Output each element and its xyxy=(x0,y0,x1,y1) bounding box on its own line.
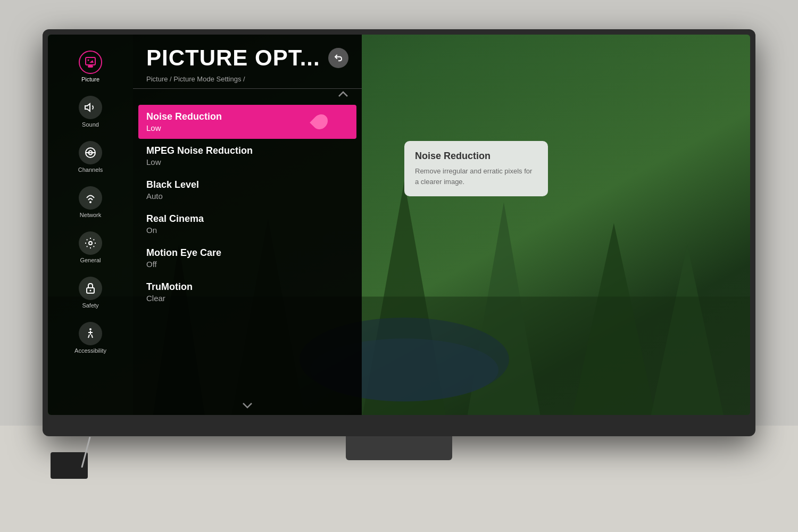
mpeg-noise-label: MPEG Noise Reduction xyxy=(146,145,348,156)
tv-screen: Picture Sound xyxy=(48,35,750,415)
svg-point-21 xyxy=(89,242,92,245)
svg-rect-12 xyxy=(86,57,95,65)
real-cinema-label: Real Cinema xyxy=(146,213,348,225)
black-level-value: Auto xyxy=(146,192,348,201)
menu-item-motion-eye-care[interactable]: Motion Eye Care Off xyxy=(133,241,362,275)
svg-point-20 xyxy=(89,201,92,203)
network-icon xyxy=(79,186,102,210)
sidebar-item-picture[interactable]: Picture xyxy=(56,45,125,88)
svg-rect-13 xyxy=(88,66,93,67)
menu-item-mpeg-noise[interactable]: MPEG Noise Reduction Low xyxy=(133,139,362,173)
sidebar-item-sound[interactable]: Sound xyxy=(56,90,125,133)
picture-icon xyxy=(79,51,102,74)
trumotion-value: Clear xyxy=(146,294,348,303)
mpeg-noise-value: Low xyxy=(146,157,348,167)
menu-list: Noise Reduction Low MPEG Noise Reduction… xyxy=(133,101,362,397)
scroll-up-button[interactable] xyxy=(133,89,362,101)
back-button[interactable] xyxy=(328,48,348,68)
breadcrumb: Picture / Picture Mode Settings / xyxy=(146,75,348,83)
tv-frame: Picture Sound xyxy=(43,29,755,436)
trumotion-label: TruMotion xyxy=(146,281,348,293)
panel-title: PICTURE OPT... xyxy=(146,45,320,71)
panel-header: PICTURE OPT... Picture / Picture Mode Se… xyxy=(133,45,362,89)
general-icon xyxy=(79,231,102,255)
sidebar-item-accessibility[interactable]: Accessibility xyxy=(56,317,125,359)
sidebar-channels-label: Channels xyxy=(78,167,103,173)
real-cinema-value: On xyxy=(146,226,348,235)
menu-item-real-cinema[interactable]: Real Cinema On xyxy=(133,207,362,241)
sidebar-accessibility-label: Accessibility xyxy=(74,347,106,354)
tooltip-box: Noise Reduction Remove irregular and err… xyxy=(404,141,548,196)
tooltip-description: Remove irregular and erratic pixels for … xyxy=(415,166,537,187)
tv-stand xyxy=(346,436,452,460)
svg-point-23 xyxy=(90,290,92,292)
sidebar-item-safety[interactable]: Safety xyxy=(56,271,125,314)
main-panel: PICTURE OPT... Picture / Picture Mode Se… xyxy=(133,35,362,415)
menu-item-noise-reduction[interactable]: Noise Reduction Low xyxy=(138,105,356,139)
ui-overlay: Picture Sound xyxy=(48,35,750,415)
svg-point-15 xyxy=(88,60,89,61)
sidebar-network-label: Network xyxy=(80,212,101,218)
black-level-label: Black Level xyxy=(146,179,348,190)
accessibility-icon xyxy=(79,322,102,345)
sound-icon xyxy=(79,96,102,119)
svg-marker-17 xyxy=(85,104,90,111)
sidebar-picture-label: Picture xyxy=(81,76,99,82)
room: Picture Sound xyxy=(0,0,798,532)
motion-eye-care-label: Motion Eye Care xyxy=(146,247,348,259)
sidebar-item-channels[interactable]: Channels xyxy=(56,136,125,178)
scroll-down-button[interactable] xyxy=(133,397,362,415)
svg-point-24 xyxy=(89,328,92,330)
menu-item-black-level[interactable]: Black Level Auto xyxy=(133,173,362,207)
sidebar-general-label: General xyxy=(80,257,101,263)
tooltip-title: Noise Reduction xyxy=(415,151,537,162)
svg-marker-16 xyxy=(89,60,94,63)
channels-icon xyxy=(79,141,102,164)
sidebar-safety-label: Safety xyxy=(82,302,98,309)
sidebar-item-network[interactable]: Network xyxy=(56,181,125,223)
sidebar: Picture Sound xyxy=(48,35,133,415)
menu-item-trumotion[interactable]: TruMotion Clear xyxy=(133,275,362,309)
sidebar-item-general[interactable]: General xyxy=(56,226,125,269)
sidebar-sound-label: Sound xyxy=(82,121,99,128)
motion-eye-care-value: Off xyxy=(146,260,348,269)
safety-icon xyxy=(79,277,102,300)
